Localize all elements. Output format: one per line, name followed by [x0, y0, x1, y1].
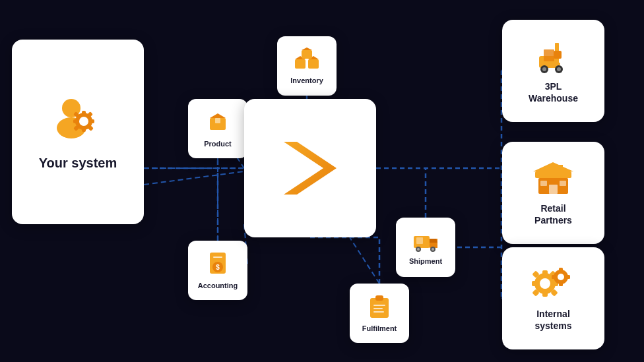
shipment-card: Shipment	[396, 218, 455, 277]
svg-rect-67	[554, 51, 562, 59]
hub-arrow-icon	[271, 135, 350, 201]
svg-rect-31	[73, 119, 78, 123]
fulfilment-card: Fulfilment	[350, 284, 409, 343]
retail-card: Retail Partners	[502, 142, 604, 244]
your-system-label: Your system	[39, 156, 117, 171]
svg-text:$: $	[216, 264, 220, 271]
internal-systems-card: Internal systems	[502, 247, 604, 349]
svg-rect-82	[542, 270, 548, 276]
svg-rect-83	[542, 291, 548, 297]
svg-rect-76	[540, 181, 547, 186]
svg-point-27	[79, 117, 88, 126]
svg-rect-57	[416, 237, 423, 244]
svg-rect-39	[295, 59, 306, 69]
svg-rect-93	[559, 282, 563, 286]
svg-rect-77	[560, 181, 566, 186]
accounting-card: $ Accounting	[188, 241, 247, 300]
inventory-icon	[294, 47, 320, 71]
svg-point-56	[432, 248, 434, 251]
svg-rect-61	[373, 308, 383, 309]
inventory-card: Inventory	[277, 36, 337, 96]
product-icon	[205, 109, 230, 135]
accounting-label: Accounting	[198, 282, 238, 289]
svg-line-4	[350, 237, 379, 284]
svg-marker-37	[210, 113, 226, 118]
svg-rect-46	[213, 256, 222, 258]
svg-rect-72	[544, 49, 554, 61]
svg-rect-43	[302, 50, 312, 59]
svg-point-91	[558, 274, 564, 280]
product-card: Product	[188, 99, 247, 158]
svg-rect-28	[82, 111, 86, 115]
three-pl-card: 3PL Warehouse	[502, 20, 604, 122]
svg-rect-95	[552, 275, 556, 279]
svg-point-69	[542, 67, 546, 71]
diagram-container: Your system Product	[0, 0, 644, 362]
shipment-icon	[412, 229, 439, 252]
svg-rect-30	[90, 119, 94, 123]
svg-marker-52	[430, 239, 437, 243]
internal-systems-icon	[532, 265, 575, 301]
product-label: Product	[204, 140, 232, 148]
svg-rect-79	[558, 165, 563, 171]
svg-rect-62	[373, 311, 384, 313]
svg-rect-94	[566, 275, 570, 279]
svg-marker-78	[533, 162, 573, 171]
svg-line-0	[144, 171, 244, 185]
svg-rect-59	[375, 295, 383, 301]
svg-point-71	[557, 67, 561, 71]
hub-card	[244, 99, 376, 237]
retail-label: Retail Partners	[534, 202, 572, 226]
svg-rect-41	[308, 59, 319, 69]
your-system-card: Your system	[12, 40, 144, 224]
svg-rect-29	[82, 127, 86, 132]
svg-rect-38	[215, 118, 220, 123]
retail-icon	[532, 160, 575, 196]
accounting-icon: $	[206, 251, 230, 276]
shipment-label: Shipment	[409, 257, 442, 265]
svg-rect-60	[373, 305, 385, 306]
fulfilment-icon	[368, 294, 391, 319]
svg-marker-49	[284, 142, 337, 195]
three-pl-icon	[534, 38, 573, 74]
svg-rect-92	[559, 268, 563, 272]
internal-label: Internal systems	[534, 308, 571, 332]
fulfilment-label: Fulfilment	[362, 324, 397, 332]
svg-point-54	[417, 248, 420, 251]
svg-rect-75	[549, 185, 558, 194]
inventory-label: Inventory	[290, 76, 323, 84]
svg-point-81	[540, 278, 550, 289]
your-system-icon	[48, 94, 108, 146]
svg-rect-85	[532, 281, 537, 286]
svg-marker-44	[302, 47, 312, 50]
three-pl-label: 3PL Warehouse	[529, 80, 578, 104]
svg-rect-73	[535, 171, 571, 178]
